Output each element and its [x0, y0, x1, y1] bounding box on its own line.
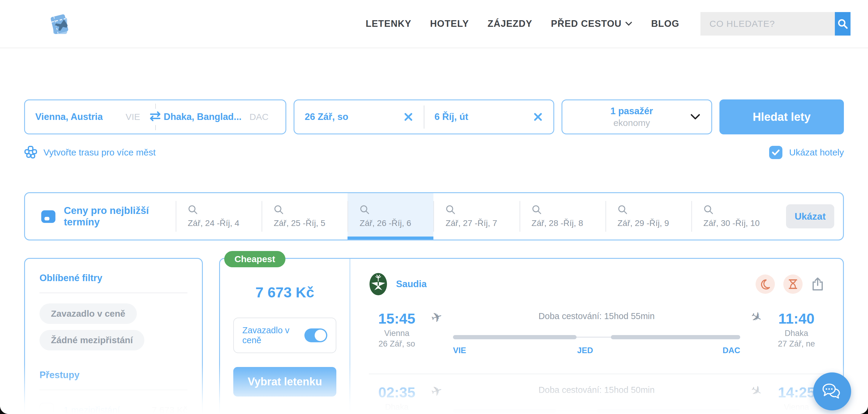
return-date: 6 Říj, út: [435, 112, 468, 122]
date-tab-0[interactable]: Zář, 24 -Říj, 4: [176, 193, 261, 240]
route-codes: VIE JED DAC: [453, 346, 740, 359]
search-flights-button[interactable]: Hledat lety: [719, 99, 844, 134]
nav-blog[interactable]: BLOG: [651, 19, 679, 29]
flight-leg-outbound: 15:45 Vienna 26 Zář, so ✈ Doba cestování…: [369, 310, 824, 359]
baggage-toggle-on[interactable]: [304, 328, 327, 342]
search-icon: [188, 204, 198, 215]
divider: [39, 390, 187, 390]
site-search-input[interactable]: [701, 12, 835, 36]
price-column: 7 673 Kč Zavazadlo v ceně Vybrat letenku: [220, 259, 350, 414]
return-date-field[interactable]: 6 Říj, út: [424, 100, 554, 133]
chat-button[interactable]: [813, 373, 851, 410]
divider: [39, 293, 187, 293]
takeoff-icon: ✈: [423, 306, 451, 328]
travel-duration: Doba cestování: 15hod 55min: [453, 311, 740, 321]
passengers-count: 1 pasažér: [573, 105, 690, 117]
nearby-dates-panel: Ceny pro nejbližší termíny Zář, 24 -Říj,…: [24, 192, 844, 241]
option-price: 7 673 Kč: [152, 405, 187, 414]
destination-field[interactable]: Dhaka, Banglad... DAC: [164, 112, 275, 122]
show-hotels-label: Ukázat hotely: [789, 147, 844, 158]
travel-duration: Doba cestování: 15hod 50min: [453, 385, 740, 395]
search-icon: [704, 204, 714, 215]
search-icon: [274, 204, 284, 215]
multicity-link[interactable]: Vytvořte trasu pro více měst: [24, 146, 156, 159]
airline-name: Saudia: [396, 279, 427, 290]
nav-zajezdy[interactable]: ZÁJEZDY: [488, 19, 532, 29]
site-logo-icon[interactable]: [47, 10, 73, 38]
search-icon: [837, 18, 849, 30]
site-search-button[interactable]: [835, 12, 850, 36]
stop-code: JED: [577, 346, 593, 355]
stops-title: Přestupy: [39, 370, 187, 381]
swap-wrap: [147, 100, 164, 133]
date-tab-6[interactable]: Zář, 30 -Říj, 10: [691, 193, 777, 240]
flight-details-column: Saudia: [350, 259, 843, 414]
nav-hotely[interactable]: HOTELY: [430, 19, 469, 29]
show-dates-button[interactable]: Ukázat: [786, 204, 834, 228]
multicity-route-icon: [24, 146, 37, 159]
depart-date: 26 Zář, so: [305, 112, 348, 122]
flight-price: 7 673 Kč: [255, 284, 314, 301]
calendar-icon: [41, 209, 56, 224]
departure-date: 26 Zář, so: [369, 339, 425, 349]
search-form: Vienna, Austria VIE Dhaka: [24, 99, 844, 134]
destination-city: Dhaka, Banglad...: [164, 112, 241, 122]
favorite-filters-title: Oblíbené filtry: [39, 273, 187, 284]
select-ticket-button[interactable]: Vybrat letenku: [233, 367, 336, 396]
night-flight-icon[interactable]: [755, 275, 775, 294]
main-nav: LETENKY HOTELY ZÁJEZDY PŘED CESTOU BLOG: [366, 19, 679, 29]
route-bar: [453, 335, 740, 339]
dates-field: 26 Zář, so 6 Říj, út: [293, 99, 554, 134]
nav-letenky[interactable]: LETENKY: [366, 19, 411, 29]
filters-sidebar: Oblíbené filtry Zavazadlo v ceně Žádné m…: [24, 258, 203, 414]
leg-divider: [369, 374, 824, 374]
date-tab-1[interactable]: Zář, 25 -Říj, 5: [261, 193, 347, 240]
arrival-city: Dhaka: [769, 328, 824, 339]
baggage-toggle-box: Zavazadlo v ceně: [233, 318, 336, 353]
passengers-field[interactable]: 1 pasažér ekonomy: [561, 99, 712, 134]
cabin-class: ekonomy: [573, 117, 690, 129]
search-icon: [532, 204, 542, 215]
date-tab-4[interactable]: Zář, 28 -Říj, 8: [520, 193, 606, 240]
search-icon: [618, 204, 628, 215]
swap-direction-icon[interactable]: [148, 109, 163, 125]
stops-option-row: 1 mezipřistání 7 673 Kč: [39, 403, 187, 414]
clear-return-date-icon[interactable]: [533, 112, 543, 122]
show-hotels-toggle[interactable]: Ukázat hotely: [769, 146, 844, 159]
date-tab-3[interactable]: Zář, 27 -Říj, 7: [433, 193, 519, 240]
origin-city: Vienna, Austria: [35, 112, 103, 122]
origin-code: VIE: [119, 112, 147, 122]
long-duration-icon[interactable]: [783, 275, 803, 294]
header: LETENKY HOTELY ZÁJEZDY PŘED CESTOU BLOG: [0, 0, 868, 48]
nearby-dates-title: Ceny pro nejbližší termíny: [25, 193, 176, 240]
arrival-date: 6 Říj, út: [769, 413, 824, 414]
clear-depart-date-icon[interactable]: [403, 112, 413, 122]
flight-search-page: LETENKY HOTELY ZÁJEZDY PŘED CESTOU BLOG: [0, 0, 868, 414]
departure-time: 15:45: [369, 310, 425, 328]
chevron-down-icon: [625, 22, 632, 26]
filter-pill-nonstop[interactable]: Žádné mezipřistání: [39, 330, 144, 350]
depart-date-field[interactable]: 26 Zář, so: [294, 100, 424, 133]
arrival-date: 27 Zář, ne: [769, 339, 824, 349]
search-icon: [360, 204, 370, 215]
filter-pill-baggage[interactable]: Zavazadlo v ceně: [39, 304, 137, 324]
route-bar: [453, 409, 740, 413]
share-icon[interactable]: [811, 277, 824, 291]
destination-code: DAC: [243, 112, 275, 122]
checkbox-checked-icon[interactable]: [769, 146, 782, 159]
departure-city: Vienna: [369, 328, 425, 339]
origin-field[interactable]: Vienna, Austria VIE: [35, 112, 147, 122]
landing-icon: ✈: [742, 304, 771, 330]
checkbox-unchecked[interactable]: [39, 403, 54, 414]
date-tab-2-selected[interactable]: Zář, 26 -Říj, 6: [347, 193, 433, 240]
departure-date: 6 Říj, út: [369, 413, 425, 414]
chat-bubbles-icon: [821, 382, 843, 401]
takeoff-icon: ✈: [423, 380, 451, 402]
search-icon: [445, 204, 456, 215]
date-tab-5[interactable]: Zář, 29 -Říj, 9: [606, 193, 691, 240]
nav-pred-cestou[interactable]: PŘED CESTOU: [551, 19, 632, 29]
flight-leg-return: 02:35 Dhaka 6 Říj, út ✈ Doba cestování: …: [369, 383, 824, 414]
landing-icon: ✈: [742, 378, 771, 404]
arrival-city: Vienna: [769, 402, 824, 413]
site-search: [701, 12, 844, 36]
